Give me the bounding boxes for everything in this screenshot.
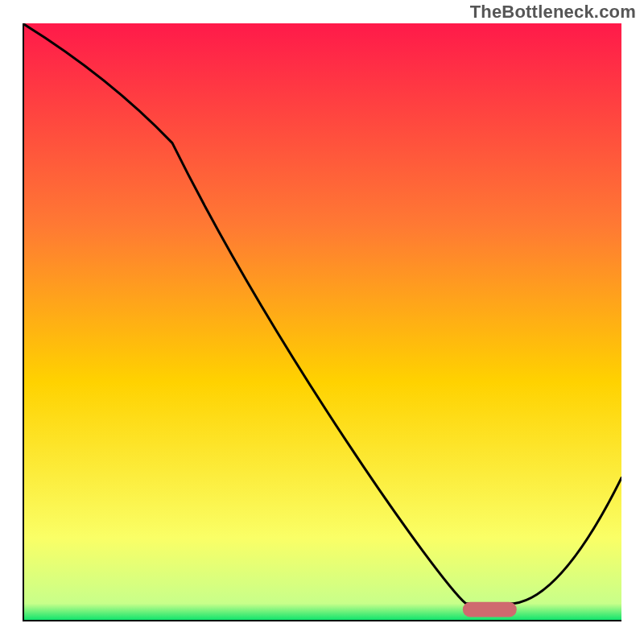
chart-page: TheBottleneck.com [0,0,644,644]
optimal-zone-marker [463,602,517,617]
chart-svg [23,23,621,621]
plot-area [23,23,621,621]
watermark-text: TheBottleneck.com [470,2,636,23]
gradient-background [23,23,621,621]
